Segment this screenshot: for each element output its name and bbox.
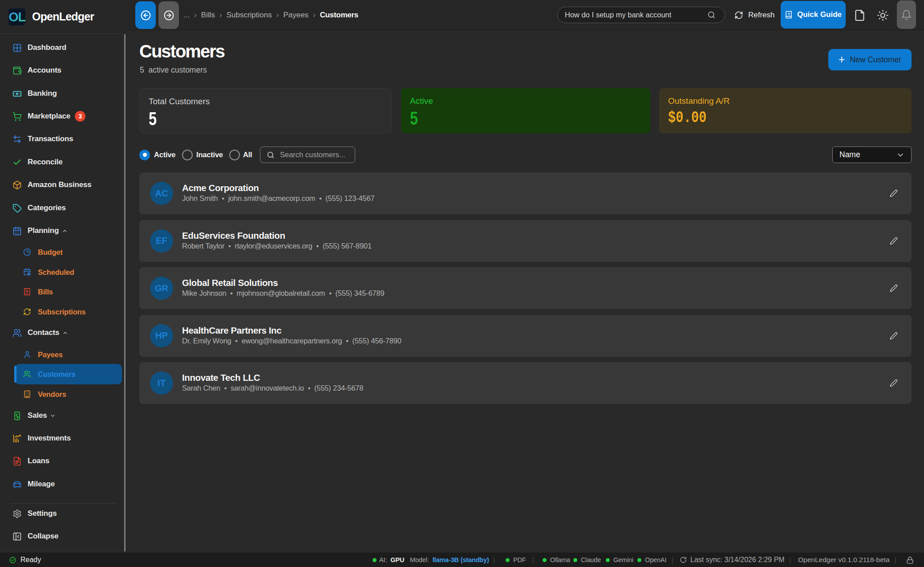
svg-text:?: ? xyxy=(787,12,790,16)
